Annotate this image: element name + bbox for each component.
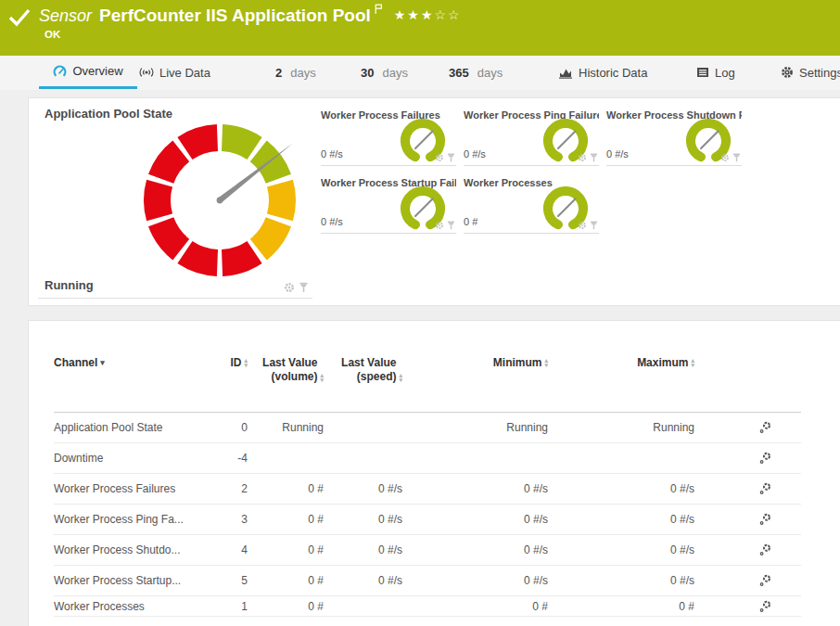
column-header-maximum[interactable]: Maximum ▴▾ xyxy=(548,356,694,384)
mini-gauge-value: 0 #/s xyxy=(321,216,343,227)
cell-maximum: 0 # xyxy=(548,600,694,613)
table-row: Application Pool State 0 Running Running… xyxy=(54,413,801,443)
edit-channel-icon[interactable] xyxy=(758,482,771,495)
cell-maximum: Running xyxy=(548,421,694,434)
mini-gauge-value: 0 #/s xyxy=(321,148,343,160)
cell-minimum: Running xyxy=(402,421,548,434)
tab-2-days[interactable]: 2days xyxy=(272,56,320,89)
sort-icon: ▴▾ xyxy=(544,358,548,367)
table-row: Worker Processes 1 0 # 0 # 0 # xyxy=(54,596,801,617)
edit-channel-icon[interactable] xyxy=(758,421,771,434)
table-row: Worker Process Shutdo... 4 0 # 0 #/s 0 #… xyxy=(54,535,801,566)
mini-gauge-tile[interactable]: Worker Processes 0 # xyxy=(464,173,599,234)
chart-icon xyxy=(559,67,573,79)
sort-icon: ▴▾ xyxy=(320,373,324,382)
cell-id: 3 xyxy=(197,513,248,526)
tab-log[interactable]: Log xyxy=(693,56,739,89)
gauge-icon xyxy=(53,65,67,78)
cell-last-value-volume: 0 # xyxy=(248,482,324,495)
sensor-status-badge: OK xyxy=(45,29,60,40)
edit-channel-icon[interactable] xyxy=(758,513,771,526)
mini-gauge-tile[interactable]: Worker Process Startup Failu... 0 #/s xyxy=(321,173,456,234)
gear-icon[interactable] xyxy=(720,153,730,162)
cell-channel: Worker Processes xyxy=(54,600,197,613)
mini-gauge-tile[interactable]: Worker Process Ping Failures 0 #/s xyxy=(464,106,599,166)
cell-minimum: 0 #/s xyxy=(402,482,548,495)
tab-365-days[interactable]: 365days xyxy=(445,56,506,89)
edit-channel-icon[interactable] xyxy=(758,452,771,465)
sort-icon: ▴▾ xyxy=(244,358,248,367)
channel-table-panel: Channel ▾ ID ▴▾ Last Value(volume) ▴▾ La… xyxy=(28,320,840,626)
cell-last-value-volume: Running xyxy=(248,421,324,434)
gear-icon[interactable] xyxy=(435,221,444,230)
cell-maximum: 0 #/s xyxy=(548,574,694,587)
pin-icon[interactable] xyxy=(590,153,598,162)
gear-icon[interactable] xyxy=(578,153,587,162)
main-gauge-footer: Running xyxy=(38,275,312,299)
mini-gauge-value: 0 #/s xyxy=(464,148,486,160)
cell-last-value-volume: 0 # xyxy=(248,543,324,556)
tab-label: Overview xyxy=(72,64,122,78)
table-row: Worker Process Startup... 5 0 # 0 #/s 0 … xyxy=(54,566,801,596)
broadcast-icon xyxy=(139,66,154,79)
pin-icon[interactable] xyxy=(447,221,455,230)
column-header-minimum[interactable]: Minimum ▴▾ xyxy=(402,356,548,384)
table-row: Worker Process Ping Fa... 3 0 # 0 #/s 0 … xyxy=(54,505,801,535)
log-icon xyxy=(696,67,709,78)
cell-channel: Worker Process Failures xyxy=(54,482,197,495)
pin-icon[interactable] xyxy=(299,282,309,293)
cell-channel: Downtime xyxy=(54,452,197,465)
cell-minimum: 0 #/s xyxy=(402,574,548,587)
gear-icon[interactable] xyxy=(284,282,295,293)
cell-last-value-speed: 0 #/s xyxy=(324,574,402,587)
flag-icon[interactable] xyxy=(375,4,383,15)
tab-30-days[interactable]: 30days xyxy=(357,56,412,89)
tab-live-data[interactable]: Live Data xyxy=(135,56,214,89)
cell-id: -4 xyxy=(197,452,248,465)
cell-maximum: 0 #/s xyxy=(548,543,694,556)
tab-historic-data[interactable]: Historic Data xyxy=(555,56,651,89)
column-header-last-value-volume[interactable]: Last Value(volume) ▴▾ xyxy=(248,356,324,384)
edit-channel-icon[interactable] xyxy=(758,543,771,556)
priority-stars[interactable]: ★★★☆☆ xyxy=(394,7,462,22)
table-row: Worker Process Failures 2 0 # 0 #/s 0 #/… xyxy=(54,474,801,505)
tab-bar: Overview Live Data 2days 30days 365days … xyxy=(0,56,840,90)
tab-overview[interactable]: Overview xyxy=(39,56,137,89)
sort-active-icon: ▾ xyxy=(100,358,105,367)
pin-icon[interactable] xyxy=(447,153,455,162)
table-row: Downtime -4 xyxy=(54,443,801,474)
edit-channel-icon[interactable] xyxy=(758,600,771,613)
cell-last-value-speed: 0 #/s xyxy=(324,513,402,526)
ok-check-icon xyxy=(6,6,32,31)
prtg-sensor-page: Sensor PerfCounter IIS Application Pool … xyxy=(0,0,840,626)
cell-channel: Worker Process Ping Fa... xyxy=(54,513,197,526)
cell-last-value-volume: 0 # xyxy=(248,513,324,526)
column-header-id[interactable]: ID ▴▾ xyxy=(197,356,248,384)
cell-maximum: 0 #/s xyxy=(548,513,694,526)
sensor-header: Sensor PerfCounter IIS Application Pool … xyxy=(0,0,840,56)
mini-gauge-tile[interactable]: Worker Process Shutdown Fa... 0 #/s xyxy=(606,106,742,166)
tab-label: Live Data xyxy=(159,66,210,80)
table-body: Application Pool State 0 Running Running… xyxy=(54,412,801,617)
sort-icon: ▴▾ xyxy=(399,373,402,382)
gear-icon[interactable] xyxy=(578,221,587,230)
column-header-channel[interactable]: Channel ▾ xyxy=(54,356,197,384)
cell-id: 4 xyxy=(197,543,248,556)
cell-channel: Worker Process Startup... xyxy=(54,574,197,587)
cell-id: 0 xyxy=(197,421,248,434)
cell-minimum: 0 #/s xyxy=(402,543,548,556)
tab-settings[interactable]: Settings xyxy=(777,56,840,89)
main-gauge-value: Running xyxy=(45,278,94,292)
pin-icon[interactable] xyxy=(590,221,598,230)
pin-icon[interactable] xyxy=(732,153,741,162)
cell-id: 2 xyxy=(197,482,248,495)
edit-channel-icon[interactable] xyxy=(758,574,771,587)
gear-icon[interactable] xyxy=(435,153,444,162)
tab-label: Settings xyxy=(799,66,840,80)
column-header-last-value-speed[interactable]: Last Value(speed) ▴▾ xyxy=(324,356,402,384)
cell-last-value-speed: 0 #/s xyxy=(324,543,402,556)
object-kind-label: Sensor xyxy=(39,6,92,26)
table-header-row: Channel ▾ ID ▴▾ Last Value(volume) ▴▾ La… xyxy=(54,356,772,384)
mini-gauge-tile[interactable]: Worker Process Failures 0 #/s xyxy=(321,106,456,166)
mini-gauge-value: 0 # xyxy=(464,216,477,227)
